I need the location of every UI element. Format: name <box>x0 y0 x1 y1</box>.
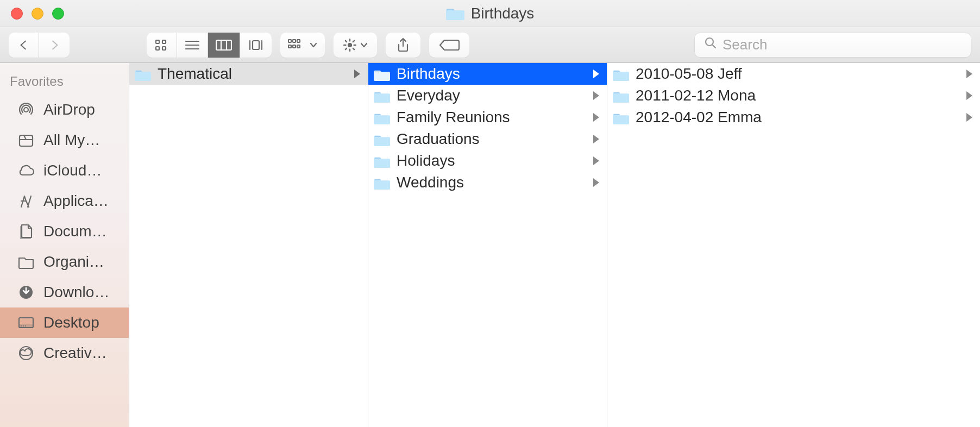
svg-point-19 <box>21 325 22 326</box>
folder-icon <box>374 133 390 145</box>
sidebar-item[interactable]: Applica… <box>0 186 129 216</box>
action-button-group <box>334 33 377 58</box>
zoom-window-button[interactable] <box>52 8 64 20</box>
window-controls <box>0 8 64 20</box>
list-view-button[interactable] <box>177 33 208 58</box>
close-window-button[interactable] <box>11 8 23 20</box>
window-title: Birthdays <box>0 5 980 22</box>
folder-icon <box>374 177 390 189</box>
window-title-text: Birthdays <box>471 5 535 22</box>
sidebar-item-label: AirDrop <box>43 101 95 118</box>
svg-rect-3 <box>162 47 166 50</box>
sidebar-item-label: Downlo… <box>43 284 109 301</box>
svg-rect-11 <box>297 45 300 48</box>
chevron-right-icon <box>593 70 599 78</box>
share-button-group <box>386 33 420 58</box>
svg-rect-2 <box>156 47 159 50</box>
sidebar-item[interactable]: AirDrop <box>0 95 129 125</box>
sidebar-section-title: Favorites <box>0 71 129 95</box>
chevron-right-icon <box>593 178 599 187</box>
column-row[interactable]: Weddings <box>368 172 607 193</box>
chevron-right-icon <box>966 91 972 100</box>
svg-point-14 <box>24 108 28 112</box>
chevron-right-icon <box>593 91 599 100</box>
sidebar-item[interactable]: Organi… <box>0 247 129 277</box>
tags-button-group <box>429 33 469 58</box>
column-row-label: Everyday <box>397 87 587 104</box>
svg-rect-10 <box>293 45 296 48</box>
folder-icon <box>374 90 390 102</box>
chevron-right-icon <box>593 156 599 165</box>
column-row[interactable]: Family Reunions <box>368 106 607 128</box>
column-view-button[interactable] <box>208 33 240 58</box>
toolbar <box>0 27 980 63</box>
column-row-label: 2011-02-12 Mona <box>636 87 960 104</box>
column-row[interactable]: Everyday <box>368 85 607 106</box>
browser-column: BirthdaysEverydayFamily ReunionsGraduati… <box>368 63 607 427</box>
search-input[interactable] <box>723 36 962 53</box>
sidebar-item-icon <box>16 132 36 148</box>
column-browser: ThematicalBirthdaysEverydayFamily Reunio… <box>129 63 980 427</box>
forward-button[interactable] <box>39 33 70 58</box>
action-button[interactable] <box>334 33 377 58</box>
svg-rect-15 <box>20 135 33 146</box>
share-button[interactable] <box>386 33 420 58</box>
folder-icon <box>374 68 390 80</box>
folder-icon <box>135 68 151 80</box>
view-mode-buttons <box>147 33 272 58</box>
sidebar-item-label: Desktop <box>43 314 99 331</box>
main: Favorites AirDropAll My…iCloud…Applica…D… <box>0 63 980 427</box>
column-row-label: Thematical <box>158 65 348 83</box>
tags-button[interactable] <box>429 33 469 58</box>
svg-rect-9 <box>288 45 291 48</box>
svg-point-21 <box>25 325 26 326</box>
chevron-right-icon <box>593 113 599 122</box>
sidebar-item[interactable]: Desktop <box>0 307 129 338</box>
svg-rect-8 <box>297 40 300 42</box>
chevron-right-icon <box>966 113 972 122</box>
sidebar-item-label: Applica… <box>43 192 109 210</box>
svg-point-20 <box>23 325 24 326</box>
search-icon <box>704 36 717 53</box>
arrange-button[interactable] <box>280 33 325 58</box>
folder-icon <box>374 111 390 123</box>
sidebar: Favorites AirDropAll My…iCloud…Applica…D… <box>0 63 129 427</box>
gallery-view-button[interactable] <box>240 33 272 58</box>
sidebar-item-label: Organi… <box>43 253 104 271</box>
search-field[interactable] <box>694 33 971 58</box>
icon-view-button[interactable] <box>147 33 177 58</box>
folder-icon <box>374 155 390 167</box>
sidebar-item[interactable]: Creativ… <box>0 338 129 368</box>
column-row[interactable]: 2010-05-08 Jeff <box>607 63 980 85</box>
column-row[interactable]: Thematical <box>129 63 368 85</box>
sidebar-item[interactable]: Downlo… <box>0 277 129 307</box>
browser-column: Thematical <box>129 63 368 427</box>
sidebar-item[interactable]: iCloud… <box>0 155 129 186</box>
column-row-label: 2012-04-02 Emma <box>636 109 960 126</box>
sidebar-item[interactable]: Docum… <box>0 216 129 247</box>
svg-rect-4 <box>216 40 231 50</box>
column-row[interactable]: Graduations <box>368 128 607 150</box>
svg-rect-7 <box>293 40 296 42</box>
folder-icon <box>613 111 629 123</box>
sidebar-item-icon <box>16 102 36 118</box>
column-row[interactable]: Holidays <box>368 150 607 172</box>
minimize-window-button[interactable] <box>32 8 43 20</box>
sidebar-item-label: Creativ… <box>43 344 107 362</box>
svg-rect-6 <box>288 40 291 42</box>
svg-point-12 <box>348 43 352 47</box>
titlebar: Birthdays <box>0 0 980 27</box>
column-row[interactable]: Birthdays <box>368 63 607 85</box>
sidebar-item-icon <box>16 193 36 209</box>
chevron-right-icon <box>354 70 360 78</box>
column-row-label: 2010-05-08 Jeff <box>636 65 960 83</box>
folder-icon <box>613 90 629 102</box>
back-button[interactable] <box>9 33 39 58</box>
folder-icon <box>446 7 464 21</box>
folder-icon <box>613 68 629 80</box>
svg-rect-0 <box>156 40 159 43</box>
column-row-label: Family Reunions <box>397 109 587 126</box>
column-row[interactable]: 2012-04-02 Emma <box>607 106 980 128</box>
column-row[interactable]: 2011-02-12 Mona <box>607 85 980 106</box>
sidebar-item[interactable]: All My… <box>0 125 129 155</box>
